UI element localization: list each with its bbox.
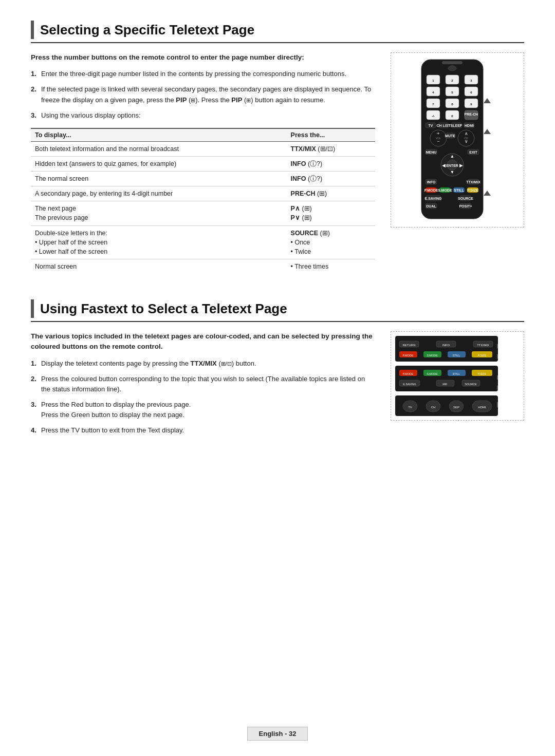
svg-marker-78 [484, 191, 491, 196]
svg-text:P.SIZE: P.SIZE [478, 354, 487, 357]
table-cell: • Three times [287, 259, 375, 274]
svg-text:INFO: INFO [442, 344, 450, 347]
table-cell: Both teletext information and the normal… [31, 141, 287, 156]
section2-remote-image: RETURN INFO TTX/MIX P.MODE S.MODE STILL [391, 331, 524, 441]
svg-text:VOL: VOL [436, 137, 441, 140]
table-cell: INFO (ⓘ?) [287, 172, 375, 186]
svg-text:PRE-CH: PRE-CH [465, 112, 478, 116]
svg-text:STILL: STILL [453, 372, 460, 375]
table-col2-header: Press the... [287, 128, 375, 142]
section1-title: Selecting a Specific Teletext Page [40, 22, 254, 38]
svg-rect-1 [442, 61, 462, 64]
svg-text:E.SAVING: E.SAVING [403, 383, 416, 386]
s2-step1: Display the teletext contents page by pr… [31, 358, 375, 369]
table-cell: The next pageThe previous page [31, 201, 287, 225]
remote-dashed-box: 1 2 3 4 5 6 7 [391, 52, 524, 228]
section2-title: Using Fastext to Select a Teletext Page [40, 301, 287, 317]
section1-selecting-teletext: Selecting a Specific Teletext Page Press… [31, 21, 524, 274]
footer-label: English - 32 [259, 730, 297, 738]
svg-text:STILL: STILL [454, 188, 464, 192]
svg-marker-77 [484, 129, 491, 134]
svg-text:P.SIZE: P.SIZE [467, 188, 478, 192]
table-cell: A secondary page, by entering its 4-digi… [31, 186, 287, 201]
table-cell: Hidden text (answers to quiz games, for … [31, 156, 287, 171]
step1-text: Enter the three-digit page number listed… [41, 70, 346, 78]
svg-text:MUTE: MUTE [445, 134, 455, 138]
table-cell: INFO (ⓘ?) [287, 156, 375, 171]
section1-accent [31, 21, 34, 39]
svg-text:EXIT: EXIT [469, 150, 477, 154]
svg-text:S.MODE: S.MODE [427, 372, 438, 375]
svg-text:CH: CH [464, 137, 468, 140]
svg-rect-79 [395, 336, 498, 362]
section2-text-area: The various topics included in the telet… [31, 331, 375, 441]
table-row: Normal screen • Three times [31, 259, 375, 274]
svg-text:POSIT+: POSIT+ [459, 204, 472, 208]
svg-marker-122 [497, 402, 498, 408]
section1-intro: Press the number buttons on the remote c… [31, 52, 375, 63]
svg-text:SOURCE: SOURCE [465, 383, 477, 386]
svg-text:-/-: -/- [432, 115, 435, 118]
table-col1-header: To display... [31, 128, 287, 142]
svg-text:∧: ∧ [465, 131, 468, 136]
footer-badge: English - 32 [247, 727, 308, 741]
svg-text:S.MODE: S.MODE [427, 354, 438, 357]
table-row: The next pageThe previous page P∧ (⊞)P∨ … [31, 201, 375, 225]
svg-marker-95 [497, 354, 498, 359]
svg-text:MIF: MIF [442, 383, 448, 386]
svg-point-2 [448, 66, 456, 71]
table-row: Double-size letters in the:• Upper half … [31, 225, 375, 259]
page-footer: English - 32 [0, 727, 555, 741]
svg-text:TV: TV [408, 406, 412, 409]
step3-item: Using the various display options: [31, 110, 375, 121]
section2-header: Using Fastext to Select a Teletext Page [31, 299, 524, 322]
svg-marker-94 [497, 344, 498, 349]
table-row: Both teletext information and the normal… [31, 141, 375, 156]
table-cell: P∧ (⊞)P∨ (⊞) [287, 201, 375, 225]
svg-rect-96 [395, 366, 498, 391]
svg-text:▼: ▼ [450, 169, 455, 175]
svg-text:TTX/MIX: TTX/MIX [477, 344, 489, 347]
s2-step4: Press the TV button to exit from the Tex… [31, 425, 375, 436]
svg-text:E.SAVING: E.SAVING [425, 197, 442, 200]
svg-text:TTX/MIX: TTX/MIX [466, 180, 480, 184]
svg-text:HDMI: HDMI [465, 124, 474, 127]
svg-text:HDMI: HDMI [478, 406, 486, 409]
svg-text:RETURN: RETURN [403, 344, 416, 347]
svg-text:P.MODE: P.MODE [424, 188, 438, 192]
svg-text:P.MODE: P.MODE [403, 372, 414, 375]
section1-text-area: Press the number buttons on the remote c… [31, 52, 375, 274]
svg-text:SEP: SEP [453, 406, 459, 409]
s2-step3: Press the Red button to display the prev… [31, 400, 375, 420]
svg-text:▲: ▲ [450, 154, 455, 159]
svg-text:P.SIZE: P.SIZE [478, 372, 487, 375]
table-cell: TTX/MIX (⊞/⊡) [287, 141, 375, 156]
section2-steps: Display the teletext contents page by pr… [31, 358, 375, 436]
svg-text:TV: TV [429, 124, 433, 127]
table-row: A secondary page, by entering its 4-digi… [31, 186, 375, 201]
section2-fastext: Using Fastext to Select a Teletext Page … [31, 299, 524, 441]
table-cell: SOURCE (⊞)• Once• Twice [287, 225, 375, 259]
svg-marker-111 [497, 375, 498, 380]
table-cell: Double-size letters in the:• Upper half … [31, 225, 287, 259]
svg-text:STILL: STILL [453, 354, 460, 357]
section2-intro: The various topics included in the telet… [31, 331, 375, 352]
svg-marker-76 [484, 98, 491, 103]
svg-text:CH: CH [431, 406, 436, 409]
section1-remote-image: 1 2 3 4 5 6 7 [391, 52, 524, 274]
svg-text:DUAL: DUAL [426, 204, 436, 208]
section1-steps: Enter the three-digit page number listed… [31, 69, 375, 121]
svg-text:P.MODE: P.MODE [403, 354, 414, 357]
svg-text:+: + [437, 131, 439, 136]
svg-text:SOURCE: SOURCE [458, 197, 473, 200]
svg-text:▶: ▶ [459, 163, 463, 168]
table-cell: Normal screen [31, 259, 287, 274]
svg-text:ENTER: ENTER [446, 164, 458, 167]
table-cell: PRE-CH (⊞) [287, 186, 375, 201]
step3-text: Using the various display options: [41, 111, 141, 119]
svg-marker-112 [497, 385, 498, 390]
svg-text:MENU: MENU [426, 150, 437, 154]
remote-dashed-box-2: RETURN INFO TTX/MIX P.MODE S.MODE STILL [391, 331, 524, 421]
remote-svg-section1: 1 2 3 4 5 6 7 [401, 57, 514, 223]
svg-text:CH LIST: CH LIST [436, 124, 451, 127]
